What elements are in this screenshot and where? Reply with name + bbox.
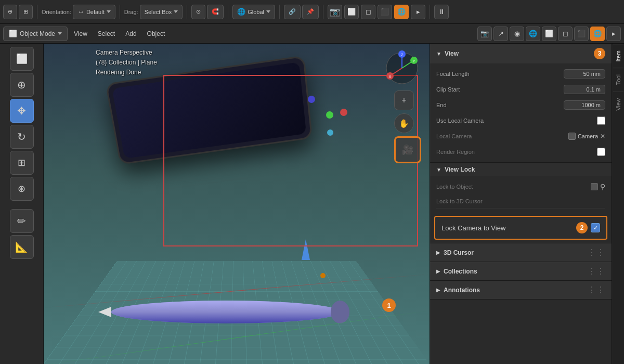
annotations-title: Annotations xyxy=(444,287,480,294)
cursor-triangle-icon: ▶ xyxy=(436,250,440,255)
end-label: End xyxy=(436,102,499,108)
view-lock-title: View Lock xyxy=(445,166,475,173)
clip-start-value[interactable]: 0.1 m xyxy=(564,85,605,94)
rotate-tool-btn[interactable]: ↻ xyxy=(10,125,34,149)
shading-wire-btn[interactable]: ◻ xyxy=(558,27,573,41)
annotation-badge-1: 1 xyxy=(382,298,396,312)
select-tool-btn[interactable]: ⬜ xyxy=(10,47,34,71)
end-value[interactable]: 1000 m xyxy=(564,100,605,110)
render-region-checkbox[interactable] xyxy=(597,148,605,156)
scale-tool-btn[interactable]: ⊞ xyxy=(10,151,34,175)
view-lock-header[interactable]: ▼ View Lock xyxy=(430,163,612,176)
global-dropdown[interactable]: 🌐 Global xyxy=(232,5,275,19)
object-menu-btn[interactable]: Object xyxy=(143,27,170,41)
orange-dot xyxy=(320,273,326,278)
focal-length-value[interactable]: 50 mm xyxy=(564,69,605,79)
local-camera-selector[interactable]: Camera ✕ xyxy=(568,133,605,140)
right-tab-strip: Item Tool View xyxy=(612,44,624,364)
focal-length-row: Focal Length 50 mm xyxy=(436,68,605,80)
gizmo-toggle-btn[interactable]: ↗ xyxy=(493,27,508,41)
lock-camera-checkbox[interactable]: ✓ xyxy=(591,223,600,232)
focal-length-label: Focal Length xyxy=(436,71,499,77)
3d-cursor-section[interactable]: ▶ 3D Cursor ⋮⋮ xyxy=(430,243,612,262)
shading-material-btn[interactable]: 🌐 xyxy=(590,27,605,41)
pause-btn[interactable]: ⏸ xyxy=(434,5,449,19)
collections-section[interactable]: ▶ Collections ⋮⋮ xyxy=(430,262,612,281)
eyedropper-icon[interactable]: ⚲ xyxy=(600,183,605,191)
material-preview-btn[interactable]: 🌐 xyxy=(394,5,409,19)
clip-start-label: Clip Start xyxy=(436,86,499,93)
measure-tool-btn[interactable]: 📐 xyxy=(10,235,34,259)
orientation-value: Default xyxy=(86,9,105,15)
svg-text:Y: Y xyxy=(412,59,415,63)
move-tool-btn[interactable]: ✥ xyxy=(10,99,34,123)
more-options-btn[interactable]: ▸ xyxy=(411,5,425,19)
view-section-title: View xyxy=(445,50,459,57)
drag-label: Drag: xyxy=(124,9,138,15)
link-btn[interactable]: 🔗 xyxy=(284,5,301,19)
annotations-section[interactable]: ▶ Annotations ⋮⋮ xyxy=(430,281,612,300)
render-btn[interactable]: 📷 xyxy=(328,5,342,19)
tab-view[interactable]: View xyxy=(613,92,623,117)
pan-btn[interactable]: ✋ xyxy=(394,113,414,133)
view-badge: 3 xyxy=(594,48,605,59)
annotations-dots-icon: ⋮⋮ xyxy=(588,285,605,295)
zoom-in-btn[interactable]: + xyxy=(394,90,414,110)
viewport[interactable]: Camera Perspective (78) Collection | Pla… xyxy=(44,44,430,364)
svg-text:X: X xyxy=(388,74,392,79)
select-menu-btn[interactable]: Select xyxy=(94,27,119,41)
drag-dropdown[interactable]: Select Box xyxy=(140,5,183,19)
pinned-btn[interactable]: 📌 xyxy=(302,5,319,19)
shading-solid-btn[interactable]: ⬛ xyxy=(574,27,589,41)
solid-btn[interactable]: ⬛ xyxy=(378,5,392,19)
snap-magnet-btn[interactable]: 🧲 xyxy=(207,5,224,19)
sep4 xyxy=(228,5,228,19)
view-triangle-icon: ▼ xyxy=(436,51,441,57)
snap-btn[interactable]: ⊕ xyxy=(3,5,17,19)
view-section: ▼ View 3 Focal Length 50 mm Clip Start 0… xyxy=(430,44,612,163)
sep3 xyxy=(187,5,187,19)
viewport-shade-btn[interactable]: ⬜ xyxy=(344,5,359,19)
scene-content xyxy=(44,44,430,364)
orientation-dropdown[interactable]: ↔ Default xyxy=(73,5,115,19)
collections-title: Collections xyxy=(444,268,477,275)
camera-view-icon-btn[interactable]: 📷 xyxy=(477,27,492,41)
global-group: 🌐 Global xyxy=(232,5,275,19)
tab-tool[interactable]: Tool xyxy=(613,68,623,91)
object-mode-btn[interactable]: ⬜ Object Mode xyxy=(3,27,68,41)
drag-value: Select Box xyxy=(145,9,172,15)
viewport-settings-btn[interactable]: ◉ xyxy=(510,27,524,41)
wireframe-btn[interactable]: ◻ xyxy=(361,5,375,19)
transform-pivot-btn[interactable]: ⊞ xyxy=(19,5,33,19)
use-local-camera-checkbox[interactable] xyxy=(597,116,605,125)
viewport-gizmo[interactable]: Z Y X xyxy=(384,50,420,86)
camera-toggle-btn[interactable]: 🎥 xyxy=(394,136,421,163)
svg-point-3 xyxy=(331,301,349,323)
sep5 xyxy=(279,5,280,19)
svg-text:Z: Z xyxy=(401,53,404,57)
tab-item[interactable]: Item xyxy=(613,44,623,68)
transform-tool-btn[interactable]: ⊛ xyxy=(10,177,34,201)
add-menu-btn[interactable]: Add xyxy=(121,27,140,41)
annotations-triangle-icon: ▶ xyxy=(436,287,440,293)
view-menu-btn[interactable]: View xyxy=(70,27,92,41)
section-dots-icon: ⋮⋮ xyxy=(588,248,605,257)
cursor-tool-btn[interactable]: ⊕ xyxy=(10,73,34,97)
close-icon[interactable]: ✕ xyxy=(600,133,605,140)
drag-group: Drag: Select Box xyxy=(124,5,183,19)
lock-camera-row[interactable]: Lock Camera to View 2 ✓ xyxy=(434,216,607,240)
badge-1-circle: 1 xyxy=(382,298,396,312)
annotate-tool-btn[interactable]: ✏ xyxy=(10,209,34,233)
local-camera-row: Local Camera Camera ✕ xyxy=(436,130,605,142)
xray-btn[interactable]: ⬜ xyxy=(542,27,556,41)
chevron-down-icon2 xyxy=(174,10,178,13)
chevron-down-icon xyxy=(107,10,111,13)
proportional-btn[interactable]: ⊙ xyxy=(191,5,205,19)
view-section-header[interactable]: ▼ View 3 xyxy=(430,44,612,63)
overlay-btn[interactable]: 🌐 xyxy=(526,27,540,41)
lock-to-object-icon xyxy=(591,183,598,190)
render-region-label: Render Region xyxy=(436,149,499,155)
sep2 xyxy=(120,5,120,19)
more-shading-btn[interactable]: ▸ xyxy=(606,27,621,41)
mode-label: Object Mode xyxy=(20,30,55,37)
